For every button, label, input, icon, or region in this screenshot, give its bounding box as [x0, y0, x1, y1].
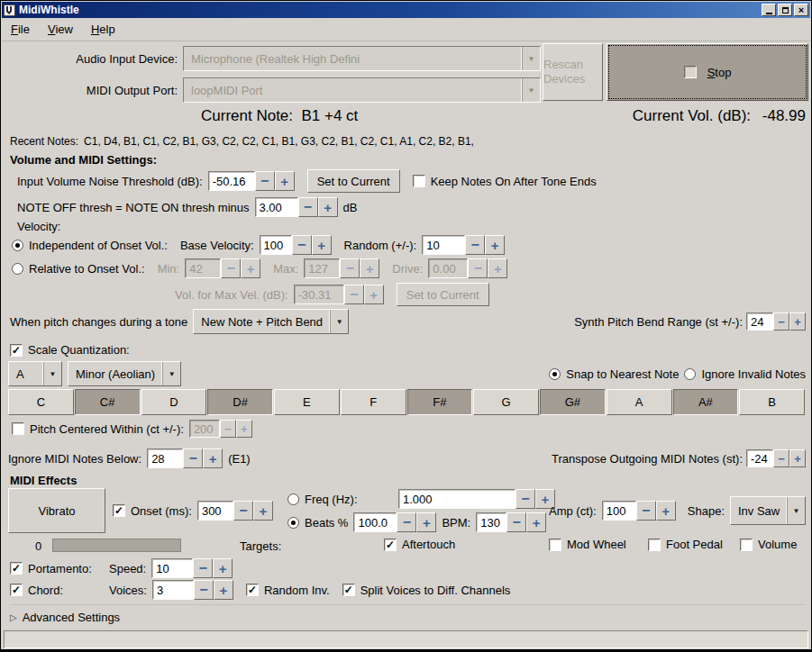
- beats-plus-button[interactable]: +: [416, 512, 436, 532]
- bpm-input[interactable]: 130: [476, 512, 506, 532]
- ignore-below-minus-button[interactable]: −: [183, 448, 203, 468]
- vibrato-button[interactable]: Vibrato: [8, 488, 105, 533]
- onset-input[interactable]: 300: [197, 501, 233, 521]
- ignore-below-input[interactable]: 28: [147, 448, 183, 468]
- base-velocity-minus-button[interactable]: −: [292, 235, 312, 255]
- base-velocity-plus-button[interactable]: +: [312, 235, 332, 255]
- pitch-change-combo[interactable]: New Note + Pitch Bend ▼: [193, 309, 349, 334]
- chevron-down-icon[interactable]: ▼: [787, 497, 805, 524]
- split-voices-group: ✓ Split Voices to Diff. Channels: [342, 584, 511, 597]
- set-to-current-button[interactable]: Set to Current: [307, 169, 400, 193]
- bend-range-minus-button[interactable]: −: [773, 312, 789, 331]
- noise-threshold-plus-button[interactable]: +: [275, 171, 295, 191]
- note-button-a[interactable]: A: [607, 389, 672, 415]
- check-icon: ✓: [386, 539, 395, 550]
- vibrato-onset-checkbox[interactable]: ✓: [113, 504, 125, 517]
- pitch-change-label: When pitch changes during a tone: [10, 315, 187, 329]
- bend-range-plus-button[interactable]: +: [789, 312, 806, 331]
- speed-input[interactable]: 10: [151, 558, 193, 578]
- beats-radio[interactable]: [287, 517, 299, 529]
- note-button-a-sharp[interactable]: A#: [673, 389, 739, 415]
- stop-checkbox[interactable]: [684, 66, 697, 78]
- advanced-settings-expander[interactable]: Advanced Settings: [23, 611, 120, 624]
- minimize-button[interactable]: [762, 4, 776, 16]
- min-plus-button: +: [241, 258, 260, 278]
- onset-plus-button[interactable]: +: [253, 501, 273, 521]
- random-velocity-minus-button[interactable]: −: [465, 235, 485, 255]
- menu-help[interactable]: Help: [82, 19, 124, 40]
- note-off-minus-button[interactable]: −: [298, 197, 318, 217]
- chevron-down-icon[interactable]: ▼: [43, 362, 61, 385]
- transpose-input[interactable]: -24: [746, 449, 773, 467]
- mode-value: Minor (Aeolian): [68, 362, 162, 385]
- independent-radio[interactable]: [12, 240, 23, 251]
- pitch-centered-input: 200: [189, 420, 220, 438]
- freq-input[interactable]: 1.000: [398, 489, 515, 509]
- scale-quantization-checkbox[interactable]: ✓: [10, 344, 23, 357]
- note-button-c[interactable]: C: [8, 389, 74, 415]
- onset-minus-button[interactable]: −: [233, 501, 253, 521]
- note-button-f[interactable]: F: [341, 389, 406, 415]
- relative-radio[interactable]: [12, 263, 23, 275]
- amp-input[interactable]: 100: [602, 501, 636, 521]
- restore-button[interactable]: [778, 4, 792, 16]
- mode-combo[interactable]: Minor (Aeolian) ▼: [68, 361, 181, 386]
- noise-threshold-input[interactable]: -50.16: [208, 171, 255, 191]
- voices-minus-button[interactable]: −: [194, 580, 214, 600]
- menu-view[interactable]: View: [39, 19, 82, 40]
- menu-file[interactable]: File: [2, 19, 39, 40]
- note-button-f-sharp[interactable]: F#: [407, 389, 473, 415]
- note-button-e[interactable]: E: [274, 389, 340, 415]
- volume-checkbox[interactable]: [740, 539, 753, 551]
- foot-pedal-checkbox[interactable]: [648, 539, 661, 551]
- note-button-g[interactable]: G: [473, 389, 539, 415]
- snap-radio[interactable]: [549, 368, 561, 380]
- bpm-minus-button[interactable]: −: [506, 512, 526, 532]
- noise-threshold-minus-button[interactable]: −: [255, 171, 275, 191]
- random-inv-checkbox[interactable]: ✓: [246, 584, 259, 596]
- chevron-down-icon[interactable]: ▼: [162, 362, 180, 385]
- note-button-d[interactable]: D: [141, 389, 207, 415]
- ignore-below-suffix: (E1): [228, 452, 251, 466]
- note-button-c-sharp[interactable]: C#: [75, 389, 141, 415]
- bpm-plus-button[interactable]: +: [526, 512, 546, 532]
- note-off-plus-button[interactable]: +: [318, 197, 338, 217]
- transpose-minus-button[interactable]: −: [773, 449, 789, 467]
- titlebar[interactable]: MidiWhistle ×: [2, 2, 810, 18]
- freq-radio[interactable]: [287, 494, 299, 505]
- note-button-g-sharp[interactable]: G#: [540, 389, 606, 415]
- transpose-plus-button[interactable]: +: [789, 449, 806, 467]
- note-button-b[interactable]: B: [739, 389, 805, 415]
- chord-checkbox[interactable]: ✓: [10, 584, 23, 596]
- base-velocity-input[interactable]: 100: [260, 235, 292, 255]
- random-velocity-input[interactable]: 10: [422, 235, 465, 255]
- amp-minus-button[interactable]: −: [636, 501, 656, 521]
- chevron-down-icon[interactable]: ▼: [330, 310, 348, 333]
- beats-input[interactable]: 100.0: [353, 512, 397, 532]
- expander-triangle-icon[interactable]: ▷: [10, 612, 17, 622]
- keep-notes-checkbox[interactable]: [413, 175, 425, 187]
- note-button-d-sharp[interactable]: D#: [207, 389, 273, 415]
- random-velocity-plus-button[interactable]: +: [485, 235, 505, 255]
- split-voices-checkbox[interactable]: ✓: [342, 584, 355, 596]
- ignore-invalid-radio[interactable]: [684, 368, 696, 380]
- portamento-checkbox[interactable]: ✓: [10, 562, 23, 575]
- mod-wheel-checkbox[interactable]: [549, 539, 561, 551]
- freq-minus-button[interactable]: −: [515, 489, 535, 509]
- aftertouch-checkbox[interactable]: ✓: [384, 539, 397, 551]
- bend-range-input[interactable]: 24: [746, 312, 773, 331]
- note-off-input[interactable]: 3.00: [255, 197, 298, 217]
- speed-plus-button[interactable]: +: [213, 558, 233, 578]
- beats-minus-button[interactable]: −: [397, 512, 416, 532]
- stop-button[interactable]: Stop: [607, 43, 808, 101]
- shape-combo[interactable]: Inv Saw ▼: [730, 496, 806, 525]
- voices-input[interactable]: 3: [152, 580, 194, 600]
- base-velocity-label: Base Velocity:: [180, 239, 254, 252]
- voices-plus-button[interactable]: +: [214, 580, 233, 600]
- pitch-centered-checkbox[interactable]: [12, 422, 24, 435]
- close-button[interactable]: ×: [794, 4, 808, 16]
- speed-minus-button[interactable]: −: [193, 558, 213, 578]
- ignore-below-plus-button[interactable]: +: [203, 448, 223, 468]
- amp-plus-button[interactable]: +: [656, 501, 676, 521]
- key-combo[interactable]: A ▼: [8, 361, 62, 386]
